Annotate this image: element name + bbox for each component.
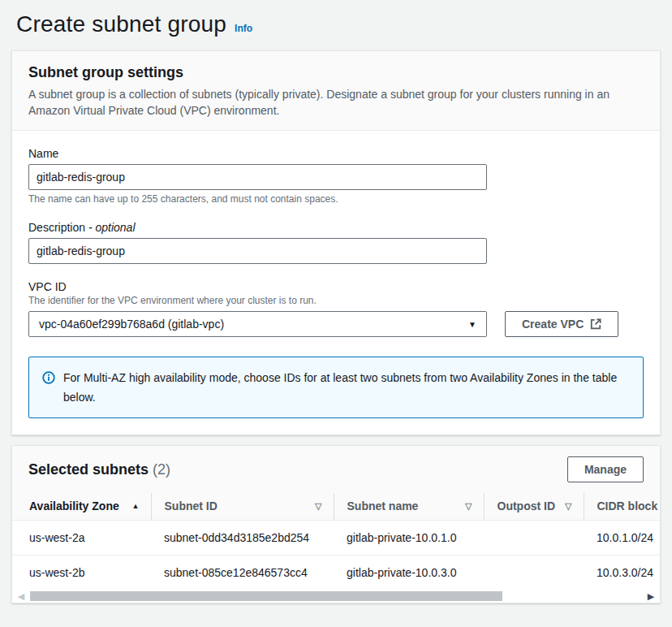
subnets-count: (2) [153,461,170,478]
cell-subnet-name: gitlab-private-10.0.1.0 [334,520,484,555]
cell-availability-zone: us-west-2a [12,520,151,555]
vpc-selected-value: vpc-04a60ef299b768a6d (gitlab-vpc) [39,318,224,331]
cell-cidr-block: 10.0.1.0/24 [584,520,660,555]
cell-cidr-block: 10.0.3.0/24 [584,555,660,590]
vpc-field-group: VPC ID The identifier for the VPC enviro… [28,280,644,337]
scroll-left-icon[interactable]: ◀ [15,590,28,603]
column-header-subnet-id[interactable]: Subnet ID ▽ [151,493,334,520]
scrollbar-track[interactable] [30,591,642,601]
create-vpc-label: Create VPC [522,318,584,331]
create-vpc-button[interactable]: Create VPC [505,311,618,337]
external-link-icon [590,318,601,330]
sort-icon: ▽ [315,501,321,512]
vpc-row: vpc-04a60ef299b768a6d (gitlab-vpc) ▼ Cre… [28,311,644,337]
manage-button[interactable]: Manage [567,456,644,482]
column-header-cidr-block[interactable]: CIDR block [584,493,660,520]
description-label: Description - optional [28,221,644,234]
name-field-group: Name The name can have up to 255 charact… [28,147,644,205]
cell-subnet-id: subnet-0dd34d3185e2bd254 [151,520,334,555]
subnets-card-header: Selected subnets (2) Manage [12,446,660,493]
subnets-table: Availability Zone ▲ Subnet ID ▽ Subnet n… [12,493,660,590]
optional-suffix: - optional [88,221,136,234]
scroll-right-icon[interactable]: ▶ [644,590,657,603]
cell-subnet-name: gitlab-private-10.0.3.0 [334,555,484,590]
column-header-subnet-name[interactable]: Subnet name ▽ [334,493,484,520]
name-input[interactable] [28,164,487,190]
page-title: Create subnet group [16,11,226,37]
column-header-outpost-id[interactable]: Outpost ID ▽ [484,493,584,520]
info-alert: For Multi-AZ high availability mode, cho… [28,357,644,418]
description-input[interactable] [28,238,487,264]
subnet-group-settings-card: Subnet group settings A subnet group is … [11,50,661,435]
settings-card-header: Subnet group settings A subnet group is … [12,51,660,131]
sort-icon: ▽ [465,501,472,512]
settings-card-body: Name The name can have up to 255 charact… [12,131,660,435]
name-hint: The name can have up to 255 characters, … [28,193,644,205]
info-circle-icon [42,371,55,384]
create-subnet-group-page: Create subnet groupInfo Subnet group set… [0,0,672,603]
table-row: us-west-2b subnet-085ce12e846573cc4 gitl… [12,555,660,590]
subnets-card-title: Selected subnets (2) [28,461,170,478]
column-header-availability-zone[interactable]: Availability Zone ▲ [12,493,151,520]
info-link[interactable]: Info [235,23,252,34]
table-header-row: Availability Zone ▲ Subnet ID ▽ Subnet n… [12,493,660,520]
info-alert-text: For Multi-AZ high availability mode, cho… [63,368,623,407]
cell-outpost-id [484,555,584,590]
page-header: Create subnet groupInfo [16,11,661,37]
selected-subnets-card: Selected subnets (2) Manage Availability… [11,445,661,603]
sort-ascending-icon: ▲ [132,502,140,510]
chevron-down-icon: ▼ [468,320,476,329]
settings-card-title: Subnet group settings [28,64,644,81]
table-row: us-west-2a subnet-0dd34d3185e2bd254 gitl… [12,520,660,555]
cell-availability-zone: us-west-2b [12,555,151,590]
cell-subnet-id: subnet-085ce12e846573cc4 [151,555,334,590]
sort-icon: ▽ [565,501,571,512]
description-field-group: Description - optional [28,221,644,264]
scrollbar-thumb[interactable] [30,591,502,601]
settings-card-description: A subnet group is a collection of subnet… [28,86,644,119]
cell-outpost-id [484,520,584,555]
name-label: Name [28,147,644,160]
vpc-id-label: VPC ID [28,280,644,293]
vpc-select[interactable]: vpc-04a60ef299b768a6d (gitlab-vpc) ▼ [28,311,487,337]
vpc-id-hint: The identifier for the VPC environment w… [28,295,644,306]
subnets-table-wrap: Availability Zone ▲ Subnet ID ▽ Subnet n… [12,493,660,590]
horizontal-scrollbar[interactable]: ◀ ▶ [12,590,660,603]
